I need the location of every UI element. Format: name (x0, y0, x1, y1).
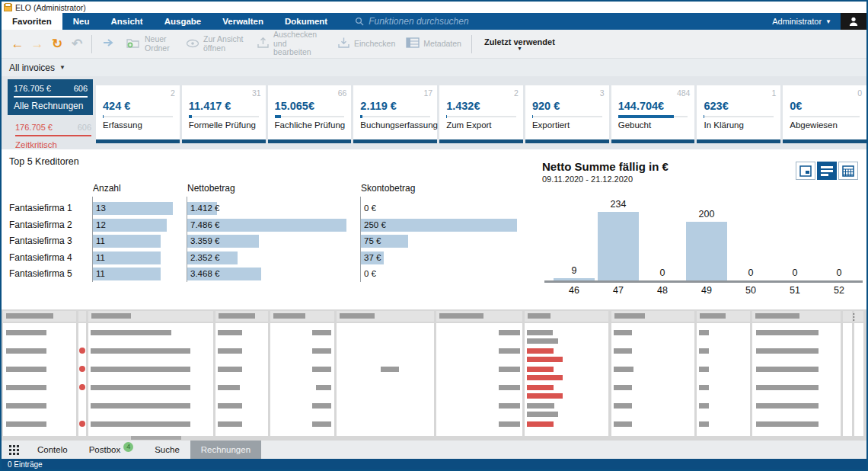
sidebar-item-zeitkritisch[interactable]: 176.705 € 606 Zeitkritisch (8, 120, 93, 149)
bottom-tab-suche[interactable]: Suche (144, 441, 190, 459)
new-folder-icon (126, 37, 141, 52)
preview-column-header[interactable] (3, 311, 76, 322)
kpi-card-abgewiesen[interactable]: 00€Abgewiesen (783, 85, 866, 143)
preview-column-body (611, 323, 694, 436)
placeholder-bar (527, 385, 554, 390)
placeholder-bar (312, 348, 331, 354)
placeholder-bar (312, 330, 331, 335)
refresh-icon[interactable]: ↻ (47, 34, 67, 55)
preview-column-body (215, 323, 268, 436)
user-menu[interactable]: Administrator ▼ (763, 13, 841, 30)
kpi-count: 3 (600, 88, 605, 98)
profile-button[interactable] (841, 13, 866, 30)
function-search[interactable]: Funktionen durchsuchen (355, 13, 468, 30)
kpi-card-accent (439, 139, 523, 143)
preview-column (337, 311, 434, 436)
kpi-progress (618, 116, 688, 117)
menu-bar: FavoritenNeuAnsichtAusgabeVerwaltenDokum… (2, 13, 866, 30)
menu-tab-neu[interactable]: Neu (62, 13, 101, 30)
critical-dot-icon (79, 384, 85, 390)
toolbar-action-label: Zur Ansicht öffnen (203, 35, 246, 53)
kpi-label: Fachliche Prüfung (275, 120, 346, 130)
kpi-label: Abgewiesen (790, 120, 838, 130)
preview-column-header[interactable] (854, 311, 863, 322)
view-selector[interactable]: All invoices (9, 62, 55, 73)
menu-tab-ansicht[interactable]: Ansicht (101, 13, 154, 30)
header-placeholder-bar (700, 313, 726, 319)
preview-column-header[interactable] (525, 311, 608, 322)
toolbar-action-label: Auschecken und bearbeiten (273, 30, 327, 57)
top5-bar-value: 0 € (364, 268, 376, 280)
header-placeholder-bar (755, 313, 799, 319)
bottom-tab-contelo[interactable]: Contelo (27, 441, 78, 459)
preview-column-header[interactable] (752, 311, 841, 322)
top5-bar-value: 250 € (364, 219, 386, 232)
kpi-card-zum-export[interactable]: 21.432€Zum Export (439, 85, 523, 143)
kpi-card-exportiert[interactable]: 3920 €Exportiert (525, 85, 609, 143)
kpi-card-gebucht[interactable]: 484144.704€Gebucht (611, 85, 695, 143)
placeholder-bar (91, 421, 190, 427)
user-icon (848, 16, 859, 27)
kpi-card-erfassung[interactable]: 2424 €Erfassung (96, 85, 180, 143)
placeholder-bar (614, 330, 632, 335)
kpi-progress (360, 116, 430, 117)
kpi-band: 176.705 € 606 Alle Rechnungen 176.705 € … (2, 76, 866, 149)
recent-used-button[interactable]: Zuletzt verwendet ▼ (484, 37, 555, 50)
toolbar-action-label: Metadaten (423, 40, 461, 49)
kpi-card-buchungserfassung[interactable]: 172.119 €Buchungserfassung (353, 85, 437, 143)
back-arrow-icon[interactable]: ← (8, 34, 27, 55)
kpi-progress (790, 116, 860, 117)
placeholder-bar (614, 403, 632, 409)
day-view-button[interactable] (796, 162, 815, 180)
placeholder-bar (527, 338, 558, 344)
preview-column-header[interactable] (611, 311, 694, 322)
menu-tab-dokument[interactable]: Dokument (274, 13, 338, 30)
window-title: ELO (Administrator) (15, 3, 86, 12)
menu-tab-favoriten[interactable]: Favoriten (2, 13, 62, 30)
apps-grid-button[interactable] (2, 441, 27, 459)
preview-column (752, 311, 841, 436)
sidebar-item-alle-rechnungen[interactable]: 176.705 € 606 Alle Rechnungen (8, 79, 93, 115)
bottom-tab-rechnungen[interactable]: Rechnungen (190, 441, 261, 459)
chart-subtitle: 09.11.2020 - 21.12.2020 (542, 175, 633, 184)
preview-column-header[interactable] (436, 311, 522, 322)
kpi-value: 424 € (103, 100, 130, 112)
top5-row-label: Fantasiefirma 5 (9, 268, 72, 280)
kpi-card-accent (182, 139, 266, 143)
kpi-count: 484 (677, 88, 691, 98)
bottom-tab-label: Contelo (37, 445, 68, 454)
placeholder-bar (6, 421, 46, 427)
checkout-icon (257, 37, 270, 52)
kpi-card-fachliche-pr-fung[interactable]: 6615.065€Fachliche Prüfung (268, 85, 352, 143)
chart-x-tick: 47 (595, 285, 641, 296)
bottom-tab-postbox[interactable]: Postbox4 (78, 441, 145, 459)
kpi-card-formelle-pr-fung[interactable]: 3111.417 €Formelle Prüfung (182, 85, 266, 143)
entry-count: 0 Einträge (8, 460, 43, 469)
preview-column (697, 311, 750, 436)
title-bar: ELO (Administrator) (2, 2, 866, 13)
preview-column-header[interactable] (88, 311, 213, 322)
status-bar: 0 Einträge (2, 459, 866, 469)
kpi-card-in-kl-rung[interactable]: 1623€In Klärung (697, 85, 780, 143)
month-view-button[interactable] (838, 162, 858, 180)
placeholder-bar (218, 367, 242, 372)
preview-column-header[interactable] (337, 311, 434, 322)
top5-bar-value: 12 (96, 219, 106, 232)
preview-column-header[interactable] (697, 311, 750, 322)
preview-column-header[interactable] (215, 311, 268, 322)
chart-x-tick: 50 (728, 285, 774, 296)
h-scrollbar-thumb[interactable] (131, 436, 181, 440)
placeholder-bar (499, 385, 520, 390)
chart-bar-value: 0 (640, 268, 685, 278)
kpi-value: 1.432€ (446, 100, 480, 112)
preview-column-header[interactable] (270, 311, 334, 322)
placeholder-bar (527, 421, 554, 427)
menu-tab-ausgabe[interactable]: Ausgabe (154, 13, 212, 30)
placeholder-bar (91, 403, 190, 409)
preview-column-header[interactable] (843, 311, 852, 322)
menu-tab-verwalten[interactable]: Verwalten (212, 13, 274, 30)
placeholder-bar (316, 385, 331, 390)
preview-column-header[interactable] (78, 311, 86, 322)
placeholder-bar (614, 367, 633, 372)
week-view-button[interactable] (817, 162, 837, 180)
